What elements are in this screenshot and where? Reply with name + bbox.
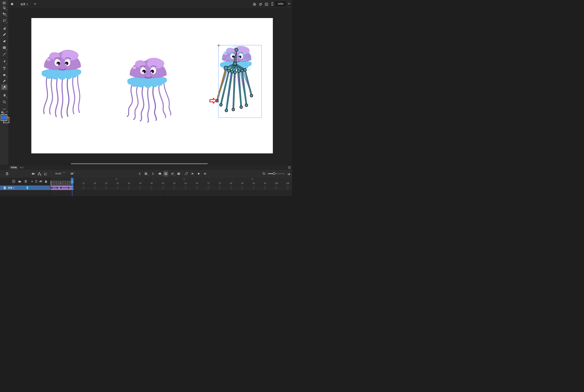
play-icon[interactable]	[196, 172, 201, 176]
tool-free-transform[interactable]	[1, 11, 7, 17]
joint[interactable]	[235, 48, 238, 52]
tool-classic-brush[interactable]	[1, 32, 7, 38]
highlight-column-icon[interactable]	[30, 180, 34, 183]
current-frame-value[interactable]: 10	[70, 172, 73, 175]
scene-name[interactable]: 場景 1	[20, 3, 28, 6]
layer-parenting-icon[interactable]	[37, 172, 42, 176]
frame-tick	[214, 180, 214, 182]
stroke-color-swatch[interactable]	[1, 115, 7, 120]
zoom-stepper[interactable]	[270, 2, 274, 6]
onion-skin-icon[interactable]	[158, 172, 162, 176]
empty-layer-area[interactable]	[0, 190, 50, 196]
reset-timeline-zoom-icon[interactable]	[262, 172, 266, 176]
clip-outside-stage-icon[interactable]	[264, 2, 269, 6]
tool-eyedropper[interactable]	[1, 78, 7, 84]
delete-layer-icon[interactable]	[24, 180, 28, 183]
step-back-icon[interactable]	[190, 172, 195, 176]
joint[interactable]	[231, 70, 234, 73]
frame-span-toggle-icon[interactable]	[176, 172, 181, 176]
joint[interactable]	[240, 69, 244, 72]
frame-number: 90	[251, 182, 256, 184]
toolbar-menu-icon[interactable]	[2, 2, 6, 4]
loop-playback-icon[interactable]	[184, 172, 188, 176]
fps-value[interactable]: 30.00	[55, 172, 61, 175]
default-colors-icon[interactable]	[1, 111, 4, 114]
jellyfish-middle[interactable]	[127, 58, 171, 122]
frame-grid-line	[244, 190, 244, 196]
graph-editor-icon[interactable]	[43, 172, 48, 176]
onion-skin-outlines-icon[interactable]	[164, 171, 168, 176]
visibility-column-icon[interactable]	[39, 180, 42, 183]
tool-asset-warp[interactable]	[1, 84, 7, 90]
frame-tick	[286, 180, 287, 182]
joint[interactable]	[224, 66, 228, 70]
layers-stack-icon[interactable]	[5, 172, 10, 176]
swap-colors-icon[interactable]	[5, 111, 8, 114]
tool-zoom[interactable]	[1, 99, 7, 105]
joint[interactable]	[237, 70, 240, 72]
frame-ruler[interactable]: 1s2s3s 510152025303540455055606570758085…	[51, 178, 292, 186]
scene-icon[interactable]: ♣	[11, 2, 13, 6]
insert-keyframe-icon[interactable]	[144, 172, 148, 176]
tool-eraser[interactable]	[1, 38, 7, 44]
tool-pen[interactable]	[1, 59, 7, 65]
joint[interactable]	[220, 104, 222, 106]
tool-rectangle[interactable]	[1, 45, 7, 50]
joint[interactable]	[244, 68, 246, 71]
chevron-down-icon[interactable]	[34, 3, 36, 5]
tab-timeline[interactable]: 時間軸	[9, 165, 19, 170]
horizontal-scrollbar[interactable]	[71, 163, 208, 164]
layer-name-cell[interactable]: 圖層_1	[0, 186, 50, 190]
lock-column-icon[interactable]	[44, 180, 48, 183]
toolbar-divider	[1, 58, 7, 58]
frame-tick	[291, 180, 292, 182]
tool-selection[interactable]	[1, 5, 7, 10]
panel-menu-icon[interactable]	[288, 166, 291, 169]
layer-frame-strip[interactable]	[51, 186, 292, 190]
frame-size-icon[interactable]	[286, 172, 291, 176]
layer-row[interactable]: 圖層_1	[0, 186, 292, 190]
joint[interactable]	[232, 108, 235, 111]
layer-outline-color-chip[interactable]	[27, 186, 28, 189]
joint[interactable]	[245, 104, 248, 107]
joint[interactable]	[240, 106, 243, 108]
pasteboard[interactable]	[8, 8, 292, 165]
tool-text[interactable]	[1, 66, 7, 71]
frame-grid-line	[176, 190, 176, 196]
root-joint[interactable]	[234, 62, 236, 65]
zoom-level-field[interactable]: 100%	[275, 2, 286, 6]
add-folder-icon[interactable]	[18, 180, 22, 183]
tool-fluid-brush[interactable]	[1, 26, 7, 31]
center-stage-icon[interactable]	[252, 2, 257, 6]
timeline-zoom-slider[interactable]	[268, 173, 285, 174]
tool-lasso[interactable]	[1, 18, 7, 24]
frame-tick	[259, 180, 260, 182]
layer-controls-header	[0, 178, 50, 186]
tool-hand[interactable]	[1, 92, 7, 98]
panel-divider[interactable]	[50, 178, 51, 196]
jellyfish-left[interactable]	[42, 50, 81, 118]
previous-keyframe-icon[interactable]	[138, 172, 142, 176]
joint[interactable]	[228, 69, 230, 72]
joint[interactable]	[225, 109, 228, 112]
add-layer-icon[interactable]	[12, 180, 16, 183]
rotation-icon[interactable]	[258, 2, 263, 6]
jellyfish-rigged[interactable]	[210, 44, 262, 118]
joint[interactable]	[250, 94, 253, 97]
tool-line[interactable]	[1, 51, 7, 57]
next-keyframe-icon[interactable]	[150, 172, 155, 176]
stage-canvas[interactable]	[31, 18, 273, 154]
tab-output[interactable]: 輸出	[18, 165, 26, 170]
timeline-zoom-slider-handle[interactable]	[273, 172, 275, 175]
outline-column-icon[interactable]	[34, 180, 38, 183]
zoom-dropdown-icon[interactable]	[288, 3, 290, 4]
step-forward-icon[interactable]	[203, 172, 207, 176]
layer-name[interactable]: 圖層_1	[8, 186, 14, 189]
joint[interactable]	[234, 71, 236, 74]
bone[interactable]	[245, 70, 252, 96]
empty-frame-grid[interactable]	[51, 190, 292, 196]
edit-multiple-frames-icon[interactable]	[170, 172, 175, 176]
tool-paint-bucket[interactable]	[1, 72, 7, 78]
camera-icon[interactable]	[31, 172, 36, 176]
fifth-frame-cell	[94, 186, 96, 190]
